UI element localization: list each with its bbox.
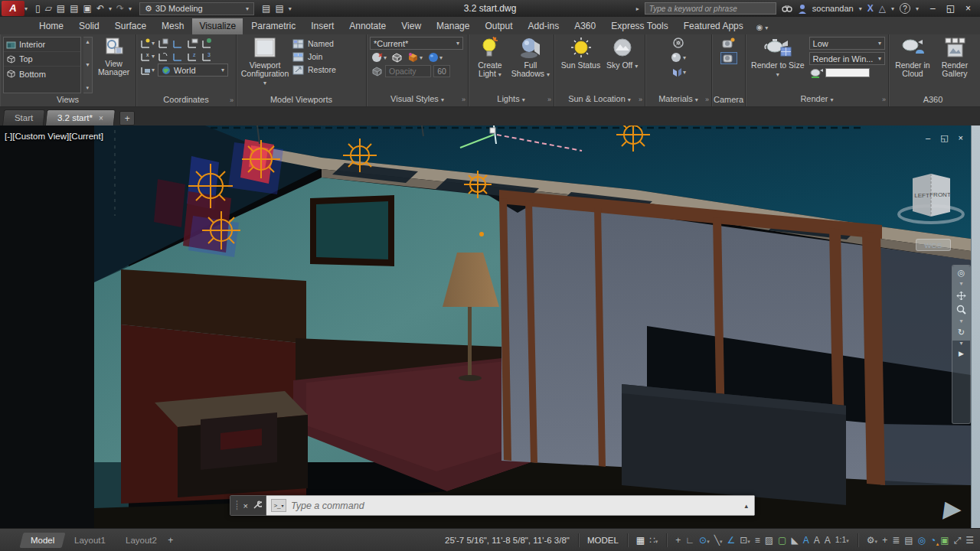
- restore-viewports-button[interactable]: Restore: [292, 65, 336, 75]
- materials-browser-icon[interactable]: [672, 37, 684, 49]
- tab-manage[interactable]: Manage: [430, 18, 476, 34]
- sky-off-button[interactable]: Sky Off ▾: [606, 37, 638, 93]
- customize-wrench-icon[interactable]: [252, 500, 262, 510]
- ucs-object-icon[interactable]: [201, 37, 213, 49]
- viewport-configuration-button[interactable]: Viewport Configuration ▾: [240, 37, 290, 93]
- render-target-dropdown[interactable]: Render in Win...▾: [809, 52, 885, 65]
- ribbon-display-toggle-icon[interactable]: ◉ ▾: [756, 23, 769, 34]
- window-maximize-icon[interactable]: ◱: [946, 3, 955, 14]
- snap-mode-icon[interactable]: ∷▾: [649, 536, 658, 545]
- navigation-bar[interactable]: ◎ ▾ ▾ ↻ ▾ ▶: [952, 265, 971, 424]
- command-input-area[interactable]: >_▾ ▴: [266, 495, 755, 516]
- command-input[interactable]: [291, 500, 740, 511]
- search-input[interactable]: [645, 2, 776, 15]
- viewcube-left-face[interactable]: LEFT: [914, 192, 929, 199]
- create-camera-icon[interactable]: [722, 37, 736, 48]
- zoom-caret-icon[interactable]: ▾: [959, 318, 962, 324]
- panel-label-model-viewports[interactable]: Model Viewports: [237, 93, 366, 106]
- save-icon[interactable]: ▤: [57, 3, 65, 14]
- command-close-icon[interactable]: ×: [243, 501, 248, 510]
- show-cameras-icon[interactable]: [720, 52, 737, 64]
- named-viewports-button[interactable]: Named: [292, 39, 336, 49]
- edge-effects-icon[interactable]: [391, 52, 403, 63]
- render-quality-dropdown[interactable]: Low▾: [809, 37, 885, 50]
- material-sphere-icon[interactable]: ▾: [671, 52, 686, 64]
- tab-annotate[interactable]: Annotate: [342, 18, 393, 34]
- drawing-restore-icon[interactable]: ◱: [940, 133, 948, 143]
- ucs-previous-icon[interactable]: [157, 51, 169, 62]
- ucs-origin-icon[interactable]: [172, 51, 184, 62]
- new-layout-icon[interactable]: +: [168, 536, 173, 545]
- username[interactable]: socnandan: [812, 4, 854, 13]
- tab-output[interactable]: Output: [478, 18, 519, 34]
- panel-label-views[interactable]: Views: [0, 93, 136, 106]
- autoscale-icon[interactable]: A: [814, 536, 820, 545]
- view-list[interactable]: Interior Top Bottom: [3, 37, 81, 93]
- view-list-scrollbar[interactable]: ▲ ▼ ▾: [83, 37, 93, 93]
- layout2-tab[interactable]: Layout2: [115, 533, 168, 548]
- scroll-up-icon[interactable]: ▲: [83, 39, 93, 44]
- tab-parametric[interactable]: Parametric: [244, 18, 302, 34]
- visual-style-dropdown[interactable]: *Current* ▾: [370, 37, 463, 50]
- annotation-monitor-icon[interactable]: +: [882, 536, 887, 545]
- file-tab-start[interactable]: Start: [2, 109, 46, 126]
- command-line[interactable]: ┊ × >_▾ ▴: [230, 495, 755, 516]
- tab-insert[interactable]: Insert: [304, 18, 341, 34]
- osnap-3d-icon[interactable]: ⊡▾: [740, 536, 750, 545]
- hardware-acceleration-icon[interactable]: ▣: [940, 536, 949, 545]
- model-space-toggle[interactable]: MODEL: [587, 536, 619, 545]
- transparency-icon[interactable]: ▨: [765, 536, 773, 545]
- wheel-caret-icon[interactable]: ▾: [959, 281, 962, 287]
- scroll-expand-icon[interactable]: ▾: [83, 85, 93, 91]
- render-to-size-button[interactable]: Render to Size▾: [749, 37, 807, 93]
- scroll-down-icon[interactable]: ▼: [83, 62, 93, 67]
- ucs-face-icon[interactable]: ▾: [139, 64, 155, 76]
- new-file-icon[interactable]: ▯: [35, 3, 41, 14]
- workspace-switcher[interactable]: ⚙ 3D Modeling ▾: [139, 2, 254, 15]
- panel-label-camera[interactable]: Camera: [712, 93, 745, 106]
- tab-featured-apps[interactable]: Featured Apps: [677, 18, 750, 34]
- render-in-cloud-button[interactable]: Render in Cloud: [892, 37, 933, 93]
- drawing-close-icon[interactable]: ×: [959, 133, 963, 143]
- selection-cycling-icon[interactable]: ▢: [778, 536, 786, 545]
- file-tab-document[interactable]: 3.2 start* ×: [45, 109, 116, 126]
- command-prompt-icon[interactable]: >_▾: [271, 499, 286, 512]
- clean-screen-icon[interactable]: ⤢: [954, 536, 962, 545]
- tab-a360[interactable]: A360: [567, 18, 603, 34]
- graphics-performance-icon[interactable]: ◔▴: [930, 536, 936, 545]
- viewcube-front-face[interactable]: FRONT: [929, 191, 951, 198]
- drawing-viewport[interactable]: LEFT FRONT [-][Custom View][Current] – ◱…: [0, 126, 980, 528]
- redo-caret-icon[interactable]: ▾: [129, 5, 132, 12]
- panel-label-materials[interactable]: Materials ▾»: [645, 93, 711, 106]
- drawing-minimize-icon[interactable]: –: [926, 133, 930, 143]
- ortho-mode-icon[interactable]: ∟: [685, 536, 694, 545]
- tab-home[interactable]: Home: [32, 18, 70, 34]
- redo-icon[interactable]: ↷: [116, 3, 124, 14]
- tab-express-tools[interactable]: Express Tools: [604, 18, 675, 34]
- isolate-objects-icon[interactable]: ◎: [918, 536, 926, 545]
- panel-label-lights[interactable]: Lights ▾»: [469, 93, 554, 106]
- tab-surface[interactable]: Surface: [108, 18, 153, 34]
- view-manager-button[interactable]: View Manager: [95, 37, 132, 93]
- binoculars-search-icon[interactable]: [782, 4, 792, 13]
- infocenter-collapse-icon[interactable]: ▸: [636, 5, 639, 12]
- quick-properties-icon[interactable]: ▤: [904, 536, 913, 545]
- open-sheetset-icon[interactable]: ▤: [262, 3, 270, 14]
- ucs-view-icon[interactable]: [186, 37, 198, 49]
- exchange-apps-icon[interactable]: X: [867, 3, 874, 14]
- visual-style-sphere-icon[interactable]: ▾: [371, 52, 387, 63]
- command-line-grip[interactable]: ┊ ×: [230, 495, 266, 516]
- ucs-zaxis-icon[interactable]: z: [186, 51, 198, 62]
- orbit-icon[interactable]: ↻: [958, 328, 965, 337]
- full-shadows-button[interactable]: Full Shadows ▾: [511, 37, 550, 93]
- ucs-x-icon[interactable]: x▾: [139, 51, 155, 62]
- layer-props-icon[interactable]: ▤: [275, 3, 283, 14]
- panel-label-coordinates[interactable]: Coordinates»: [136, 93, 236, 106]
- panel-label-sun-location[interactable]: Sun & Location ▾»: [554, 93, 645, 106]
- file-tab-close-icon[interactable]: ×: [99, 114, 103, 122]
- dynamic-input-icon[interactable]: +: [675, 536, 681, 545]
- create-light-button[interactable]: Create Light ▾: [472, 37, 508, 93]
- ucs-light-icon[interactable]: ▾: [139, 37, 155, 49]
- window-minimize-icon[interactable]: –: [930, 3, 936, 14]
- wcs-dropdown[interactable]: WCS: [916, 239, 951, 251]
